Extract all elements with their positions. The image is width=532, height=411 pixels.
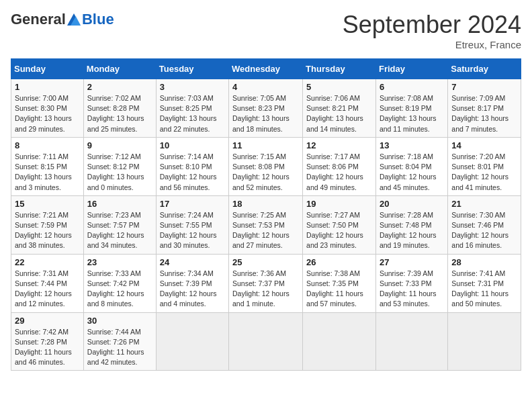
week-row-3: 15Sunrise: 7:21 AMSunset: 7:59 PMDayligh… bbox=[11, 195, 521, 254]
calendar-cell: 12Sunrise: 7:17 AMSunset: 8:06 PMDayligh… bbox=[303, 137, 376, 195]
day-detail: Sunrise: 7:20 AMSunset: 8:01 PMDaylight:… bbox=[451, 152, 517, 193]
day-number: 24 bbox=[160, 257, 225, 267]
calendar-cell: 8Sunrise: 7:11 AMSunset: 8:15 PMDaylight… bbox=[11, 137, 84, 195]
day-number: 8 bbox=[15, 140, 80, 150]
calendar-cell: 3Sunrise: 7:03 AMSunset: 8:25 PMDaylight… bbox=[156, 79, 228, 138]
calendar-cell: 14Sunrise: 7:20 AMSunset: 8:01 PMDayligh… bbox=[448, 137, 521, 195]
calendar-cell: 11Sunrise: 7:15 AMSunset: 8:08 PMDayligh… bbox=[229, 137, 303, 195]
day-number: 17 bbox=[160, 199, 225, 209]
day-number: 19 bbox=[306, 199, 372, 209]
day-number: 4 bbox=[232, 82, 299, 92]
day-number: 5 bbox=[306, 82, 372, 92]
calendar-cell: 20Sunrise: 7:28 AMSunset: 7:48 PMDayligh… bbox=[375, 195, 447, 254]
calendar-cell bbox=[229, 312, 303, 371]
day-number: 16 bbox=[87, 199, 152, 209]
title-block: September 2024 Etreux, France bbox=[343, 11, 521, 50]
calendar-cell: 2Sunrise: 7:02 AMSunset: 8:28 PMDaylight… bbox=[83, 79, 156, 138]
day-number: 27 bbox=[380, 257, 444, 267]
weekday-header-friday: Friday bbox=[375, 59, 447, 79]
weekday-header-tuesday: Tuesday bbox=[156, 59, 228, 79]
day-detail: Sunrise: 7:25 AMSunset: 7:53 PMDaylight:… bbox=[232, 210, 299, 251]
day-detail: Sunrise: 7:21 AMSunset: 7:59 PMDaylight:… bbox=[15, 210, 80, 251]
day-detail: Sunrise: 7:44 AMSunset: 7:26 PMDaylight:… bbox=[87, 327, 152, 368]
location-text: Etreux, France bbox=[343, 39, 521, 50]
calendar-cell: 29Sunrise: 7:42 AMSunset: 7:28 PMDayligh… bbox=[11, 312, 84, 371]
page-header: General Blue September 2024 Etreux, Fran… bbox=[11, 11, 521, 50]
day-number: 2 bbox=[87, 82, 152, 92]
day-detail: Sunrise: 7:02 AMSunset: 8:28 PMDaylight:… bbox=[87, 93, 152, 134]
day-detail: Sunrise: 7:34 AMSunset: 7:39 PMDaylight:… bbox=[160, 269, 225, 310]
logo: General Blue bbox=[11, 11, 114, 28]
day-detail: Sunrise: 7:03 AMSunset: 8:25 PMDaylight:… bbox=[160, 93, 225, 134]
day-detail: Sunrise: 7:09 AMSunset: 8:17 PMDaylight:… bbox=[451, 93, 517, 134]
calendar-cell: 25Sunrise: 7:36 AMSunset: 7:37 PMDayligh… bbox=[229, 254, 303, 312]
calendar-cell bbox=[303, 312, 376, 371]
day-detail: Sunrise: 7:11 AMSunset: 8:15 PMDaylight:… bbox=[15, 152, 80, 193]
week-row-4: 22Sunrise: 7:31 AMSunset: 7:44 PMDayligh… bbox=[11, 254, 521, 312]
calendar-cell: 15Sunrise: 7:21 AMSunset: 7:59 PMDayligh… bbox=[11, 195, 84, 254]
day-detail: Sunrise: 7:33 AMSunset: 7:42 PMDaylight:… bbox=[87, 269, 152, 310]
calendar-cell: 7Sunrise: 7:09 AMSunset: 8:17 PMDaylight… bbox=[448, 79, 521, 138]
day-number: 14 bbox=[451, 140, 517, 150]
calendar-cell: 9Sunrise: 7:12 AMSunset: 8:12 PMDaylight… bbox=[83, 137, 156, 195]
day-detail: Sunrise: 7:23 AMSunset: 7:57 PMDaylight:… bbox=[87, 210, 152, 251]
day-number: 1 bbox=[15, 82, 80, 92]
day-detail: Sunrise: 7:38 AMSunset: 7:35 PMDaylight:… bbox=[306, 269, 372, 310]
day-number: 21 bbox=[451, 199, 517, 209]
day-detail: Sunrise: 7:18 AMSunset: 8:04 PMDaylight:… bbox=[380, 152, 444, 193]
calendar-table: SundayMondayTuesdayWednesdayThursdayFrid… bbox=[11, 58, 521, 371]
calendar-cell: 24Sunrise: 7:34 AMSunset: 7:39 PMDayligh… bbox=[156, 254, 228, 312]
weekday-header-row: SundayMondayTuesdayWednesdayThursdayFrid… bbox=[11, 59, 521, 79]
calendar-cell: 18Sunrise: 7:25 AMSunset: 7:53 PMDayligh… bbox=[229, 195, 303, 254]
calendar-cell: 16Sunrise: 7:23 AMSunset: 7:57 PMDayligh… bbox=[83, 195, 156, 254]
logo-general-text: General bbox=[11, 11, 66, 28]
week-row-2: 8Sunrise: 7:11 AMSunset: 8:15 PMDaylight… bbox=[11, 137, 521, 195]
calendar-cell: 19Sunrise: 7:27 AMSunset: 7:50 PMDayligh… bbox=[303, 195, 376, 254]
calendar-cell: 13Sunrise: 7:18 AMSunset: 8:04 PMDayligh… bbox=[375, 137, 447, 195]
weekday-header-monday: Monday bbox=[83, 59, 156, 79]
day-number: 3 bbox=[160, 82, 225, 92]
day-detail: Sunrise: 7:36 AMSunset: 7:37 PMDaylight:… bbox=[232, 269, 299, 310]
day-detail: Sunrise: 7:08 AMSunset: 8:19 PMDaylight:… bbox=[380, 93, 444, 134]
day-detail: Sunrise: 7:12 AMSunset: 8:12 PMDaylight:… bbox=[87, 152, 152, 193]
week-row-1: 1Sunrise: 7:00 AMSunset: 8:30 PMDaylight… bbox=[11, 79, 521, 138]
calendar-cell: 17Sunrise: 7:24 AMSunset: 7:55 PMDayligh… bbox=[156, 195, 228, 254]
weekday-header-saturday: Saturday bbox=[448, 59, 521, 79]
logo-icon bbox=[67, 13, 81, 26]
calendar-cell bbox=[448, 312, 521, 371]
day-detail: Sunrise: 7:30 AMSunset: 7:46 PMDaylight:… bbox=[451, 210, 517, 251]
day-detail: Sunrise: 7:15 AMSunset: 8:08 PMDaylight:… bbox=[232, 152, 299, 193]
day-detail: Sunrise: 7:17 AMSunset: 8:06 PMDaylight:… bbox=[306, 152, 372, 193]
day-number: 29 bbox=[15, 316, 80, 326]
calendar-cell: 6Sunrise: 7:08 AMSunset: 8:19 PMDaylight… bbox=[375, 79, 447, 138]
weekday-header-sunday: Sunday bbox=[11, 59, 84, 79]
day-number: 15 bbox=[15, 199, 80, 209]
day-detail: Sunrise: 7:27 AMSunset: 7:50 PMDaylight:… bbox=[306, 210, 372, 251]
calendar-cell: 28Sunrise: 7:41 AMSunset: 7:31 PMDayligh… bbox=[448, 254, 521, 312]
calendar-cell: 22Sunrise: 7:31 AMSunset: 7:44 PMDayligh… bbox=[11, 254, 84, 312]
calendar-cell: 23Sunrise: 7:33 AMSunset: 7:42 PMDayligh… bbox=[83, 254, 156, 312]
calendar-cell: 21Sunrise: 7:30 AMSunset: 7:46 PMDayligh… bbox=[448, 195, 521, 254]
day-detail: Sunrise: 7:42 AMSunset: 7:28 PMDaylight:… bbox=[15, 327, 80, 368]
calendar-cell: 27Sunrise: 7:39 AMSunset: 7:33 PMDayligh… bbox=[375, 254, 447, 312]
day-detail: Sunrise: 7:14 AMSunset: 8:10 PMDaylight:… bbox=[160, 152, 225, 193]
day-number: 12 bbox=[306, 140, 372, 150]
day-number: 30 bbox=[87, 316, 152, 326]
day-detail: Sunrise: 7:28 AMSunset: 7:48 PMDaylight:… bbox=[380, 210, 444, 251]
day-detail: Sunrise: 7:05 AMSunset: 8:23 PMDaylight:… bbox=[232, 93, 299, 134]
day-number: 20 bbox=[380, 199, 444, 209]
day-detail: Sunrise: 7:31 AMSunset: 7:44 PMDaylight:… bbox=[15, 269, 80, 310]
weekday-header-wednesday: Wednesday bbox=[229, 59, 303, 79]
day-number: 13 bbox=[380, 140, 444, 150]
logo-blue-text: Blue bbox=[82, 11, 114, 28]
day-number: 11 bbox=[232, 140, 299, 150]
day-number: 26 bbox=[306, 257, 372, 267]
calendar-cell: 4Sunrise: 7:05 AMSunset: 8:23 PMDaylight… bbox=[229, 79, 303, 138]
weekday-header-thursday: Thursday bbox=[303, 59, 376, 79]
day-number: 25 bbox=[232, 257, 299, 267]
calendar-cell bbox=[156, 312, 228, 371]
month-title: September 2024 bbox=[343, 11, 521, 39]
day-number: 9 bbox=[87, 140, 152, 150]
day-number: 10 bbox=[160, 140, 225, 150]
calendar-cell: 10Sunrise: 7:14 AMSunset: 8:10 PMDayligh… bbox=[156, 137, 228, 195]
